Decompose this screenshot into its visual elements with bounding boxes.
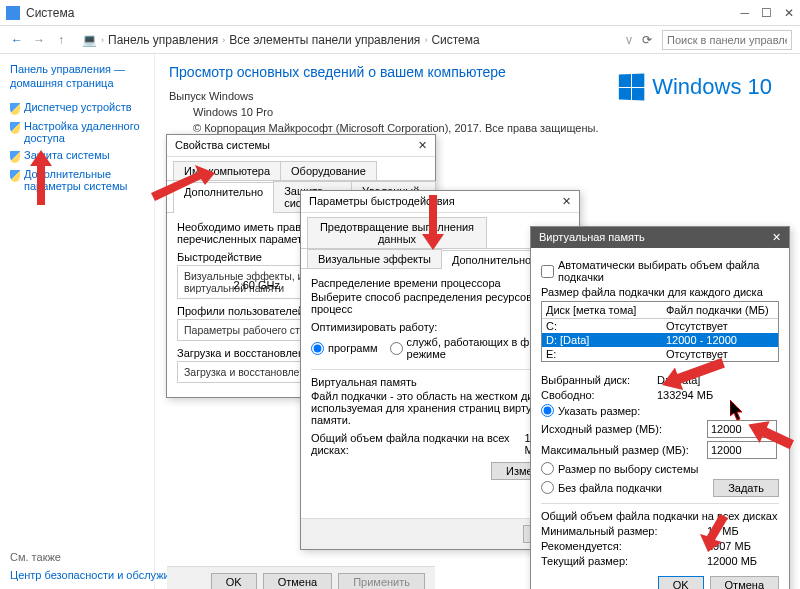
tab-visual[interactable]: Визуальные эффекты: [307, 249, 442, 268]
drive-list[interactable]: Диск [метка тома]Файл подкачки (МБ) C:От…: [541, 301, 779, 362]
init-input[interactable]: [707, 420, 777, 438]
sidebar-item-label: Защита системы: [24, 149, 110, 161]
cur-value: 12000 МБ: [707, 555, 757, 567]
cancel-button[interactable]: Отмена: [710, 576, 779, 589]
sidebar-item-label: Дополнительные параметры системы: [24, 168, 144, 192]
radio-system[interactable]: Размер по выбору системы: [541, 462, 779, 475]
drive-row: D: [Data]12000 - 12000: [542, 333, 778, 347]
crumb[interactable]: Все элементы панели управления: [229, 33, 420, 47]
totals-header: Общий объем файла подкачки на всех диска…: [541, 510, 779, 522]
rec-value: 1907 МБ: [707, 540, 751, 552]
dialog-title: Свойства системы: [175, 139, 270, 152]
edition: Windows 10 Pro: [193, 106, 786, 118]
forward-button[interactable]: →: [30, 31, 48, 49]
copyright: © Корпорация Майкрософт (Microsoft Corpo…: [193, 122, 786, 134]
free-value: 133294 МБ: [657, 389, 713, 401]
shield-icon: [10, 151, 20, 163]
sidebar-item-label: Диспетчер устройств: [24, 101, 132, 113]
radio-label: Без файла подкачки: [558, 482, 662, 494]
crumb[interactable]: Система: [431, 33, 479, 47]
radio-programs[interactable]: программ: [311, 336, 378, 360]
dialog-title: Виртуальная память: [539, 231, 645, 244]
shield-icon: [10, 103, 20, 115]
radio-label: программ: [328, 342, 378, 354]
crumb[interactable]: Панель управления: [108, 33, 218, 47]
toolbar: ← → ↑ 💻 › Панель управления › Все элемен…: [0, 26, 800, 54]
perdisk-label: Размер файла подкачки для каждого диска: [541, 286, 779, 298]
maximize-button[interactable]: ☐: [761, 6, 772, 20]
dropdown-icon[interactable]: v: [626, 33, 632, 47]
tab-advanced[interactable]: Дополнительно: [441, 250, 542, 269]
check-label: Автоматически выбирать объем файла подка…: [558, 259, 779, 283]
tab-hardware[interactable]: Оборудование: [280, 161, 377, 180]
titlebar: Система ─ ☐ ✕: [0, 0, 800, 26]
drive-row: E:Отсутствует: [542, 347, 778, 361]
radio-custom[interactable]: Указать размер:: [541, 404, 779, 417]
ok-button[interactable]: OK: [211, 573, 257, 589]
sidebar-item-devices[interactable]: Диспетчер устройств: [10, 101, 144, 115]
windows-icon: [619, 73, 644, 100]
window-title: Система: [26, 6, 74, 20]
check-auto[interactable]: Автоматически выбирать объем файла подка…: [541, 259, 779, 283]
rec-label: Рекомендуется:: [541, 540, 701, 552]
min-label: Минимальный размер:: [541, 525, 701, 537]
cpu-tail: 2.60 GHz: [234, 279, 280, 291]
cur-label: Текущий размер:: [541, 555, 701, 567]
drive-row: C:Отсутствует: [542, 319, 778, 333]
minimize-button[interactable]: ─: [740, 6, 749, 20]
dialog-title: Параметры быстродействия: [309, 195, 455, 208]
sidebar-item-label: Настройка удаленного доступа: [24, 120, 144, 144]
back-button[interactable]: ←: [8, 31, 26, 49]
windows-logo: Windows 10: [618, 74, 772, 100]
total-label: Общий объем файла подкачки на всех диска…: [311, 432, 524, 456]
radio-label: Указать размер:: [558, 405, 640, 417]
shield-icon: [10, 122, 20, 134]
col-paging: Файл подкачки (МБ): [662, 302, 778, 318]
close-icon[interactable]: ✕: [562, 195, 571, 208]
min-value: 16 МБ: [707, 525, 739, 537]
sidebar: Панель управления — домашняя страница Ди…: [0, 54, 155, 589]
tabs-row1: Имя компьютера Оборудование: [167, 157, 435, 181]
system-icon: [6, 6, 20, 20]
up-button[interactable]: ↑: [52, 31, 70, 49]
init-label: Исходный размер (МБ):: [541, 423, 701, 435]
shield-icon: [10, 170, 20, 182]
close-button[interactable]: ✕: [784, 6, 794, 20]
breadcrumb[interactable]: 💻 › Панель управления › Все элементы пан…: [82, 33, 626, 47]
dialog-virtual-memory: Виртуальная память✕ Автоматически выбира…: [530, 226, 790, 589]
windows-logo-text: Windows 10: [652, 74, 772, 100]
set-button[interactable]: Задать: [713, 479, 779, 497]
sidebar-item-remote[interactable]: Настройка удаленного доступа: [10, 120, 144, 144]
search-input[interactable]: [662, 30, 792, 50]
selected-label: Выбранный диск:: [541, 374, 651, 386]
radio-none[interactable]: Без файла подкачки: [541, 481, 713, 494]
radio-label: Размер по выбору системы: [558, 463, 698, 475]
selected-value: D: [Data]: [657, 374, 700, 386]
tab-advanced[interactable]: Дополнительно: [173, 182, 274, 213]
max-input[interactable]: [707, 441, 777, 459]
max-label: Максимальный размер (МБ):: [541, 444, 701, 456]
sidebar-item-advanced[interactable]: Дополнительные параметры системы: [10, 168, 144, 192]
tab-dep[interactable]: Предотвращение выполнения данных: [307, 217, 487, 248]
apply-button[interactable]: Применить: [338, 573, 425, 589]
free-label: Свободно:: [541, 389, 651, 401]
close-icon[interactable]: ✕: [772, 231, 781, 244]
close-icon[interactable]: ✕: [418, 139, 427, 152]
sidebar-header[interactable]: Панель управления — домашняя страница: [10, 62, 144, 91]
col-disk: Диск [метка тома]: [542, 302, 662, 318]
tab-computer-name[interactable]: Имя компьютера: [173, 161, 281, 180]
sidebar-item-protection[interactable]: Защита системы: [10, 149, 144, 163]
cancel-button[interactable]: Отмена: [263, 573, 332, 589]
pc-icon: 💻: [82, 33, 97, 47]
ok-button[interactable]: OK: [658, 576, 704, 589]
refresh-icon[interactable]: ⟳: [642, 33, 652, 47]
